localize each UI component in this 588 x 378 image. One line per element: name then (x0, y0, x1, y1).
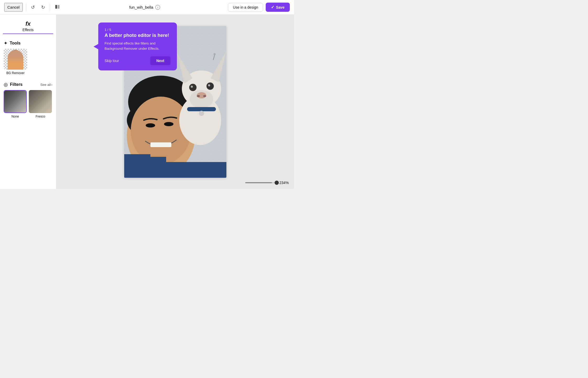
sidebar-effects-tab[interactable]: fx Effects (0, 18, 56, 34)
tooltip-arrow (94, 44, 98, 49)
zoom-slider[interactable] (245, 182, 277, 183)
zoom-slider-fill (245, 182, 272, 183)
save-button[interactable]: ✓ Save (266, 3, 290, 12)
tooltip-title: A better photo editor is here! (105, 33, 171, 38)
svg-point-22 (189, 84, 197, 91)
svg-point-21 (203, 95, 206, 97)
tools-section: ✦ Tools BG Remover (0, 38, 56, 77)
filter-none-thumbnail (4, 90, 27, 113)
svg-point-10 (164, 122, 173, 126)
filter-grid: None Fresco Belvedere (4, 90, 52, 118)
redo-button[interactable]: ↻ (40, 3, 47, 11)
svg-point-31 (199, 111, 204, 116)
filter-fresco-img (29, 90, 52, 113)
tooltip-popup: 1 / 5 A better photo editor is here! Fin… (98, 23, 177, 70)
zoom-level: 234% (279, 181, 289, 185)
tools-header: ✦ Tools (4, 40, 52, 46)
chevron-right-icon: › (51, 83, 52, 87)
topbar-center: fun_wih_bella i (65, 5, 225, 10)
bg-remover-label: BG Remover (6, 71, 24, 75)
info-icon[interactable]: i (155, 5, 160, 10)
topbar-right: Use in a design ✓ Save (228, 3, 290, 12)
filter-fresco-thumbnail (29, 90, 52, 113)
skip-tour-button[interactable]: Skip tour (105, 59, 119, 63)
main-area: fx Effects ✦ Tools BG Remover ◎ (0, 15, 294, 189)
zoom-bar: 234% (245, 181, 289, 185)
topbar: Cancel ↺ ↻ fun_wih_bella i Use in a desi… (0, 0, 294, 15)
filters-header: ◎ Filters See all › (4, 82, 52, 87)
svg-point-25 (208, 84, 210, 86)
see-all-link[interactable]: See all › (40, 83, 52, 87)
filters-icon: ◎ (4, 82, 8, 87)
svg-point-24 (206, 82, 214, 90)
topbar-divider (26, 4, 26, 11)
compare-button[interactable] (53, 3, 62, 12)
filters-left: ◎ Filters (4, 82, 23, 87)
person-body (8, 50, 23, 70)
filter-fresco[interactable]: Fresco (29, 90, 52, 118)
svg-point-9 (146, 123, 155, 127)
effects-label: Effects (23, 28, 34, 32)
filter-none-label: None (12, 115, 19, 118)
tooltip-description: Find special effects like filters and Ba… (105, 41, 171, 51)
active-tab-underline (3, 34, 53, 34)
bg-remover-item[interactable]: BG Remover (4, 49, 27, 75)
filter-fresco-label: Fresco (36, 115, 45, 118)
topbar-divider2 (50, 4, 50, 11)
sparkle-icon: ✦ (4, 40, 8, 46)
svg-rect-0 (55, 5, 57, 9)
save-check-icon: ✓ (271, 5, 274, 10)
filter-none-img (4, 91, 26, 113)
filter-none[interactable]: None (4, 90, 27, 118)
tooltip-actions: Skip tour Next (105, 56, 171, 65)
sidebar: fx Effects ✦ Tools BG Remover ◎ (0, 15, 56, 189)
bg-remover-thumbnail (4, 49, 27, 70)
next-button[interactable]: Next (150, 56, 171, 65)
filters-title: Filters (10, 82, 23, 87)
see-all-label: See all (40, 83, 51, 87)
svg-point-23 (191, 86, 193, 88)
save-label: Save (276, 5, 285, 9)
canvas-area: 1 / 5 A better photo editor is here! Fin… (56, 15, 294, 189)
tooltip-step: 1 / 5 (105, 28, 171, 32)
svg-rect-1 (58, 5, 59, 9)
undo-button[interactable]: ↺ (29, 3, 36, 11)
file-title: fun_wih_bella (129, 5, 153, 9)
tools-title: Tools (10, 41, 20, 46)
svg-point-29 (214, 53, 216, 55)
filters-section: ◎ Filters See all › None (0, 80, 56, 120)
svg-rect-30 (187, 107, 216, 111)
svg-rect-15 (124, 154, 150, 178)
fx-icon: fx (25, 20, 31, 27)
svg-rect-11 (150, 142, 171, 147)
cancel-button[interactable]: Cancel (4, 3, 23, 12)
use-in-design-button[interactable]: Use in a design (228, 3, 263, 12)
svg-point-20 (197, 95, 200, 97)
zoom-slider-thumb (275, 181, 279, 185)
